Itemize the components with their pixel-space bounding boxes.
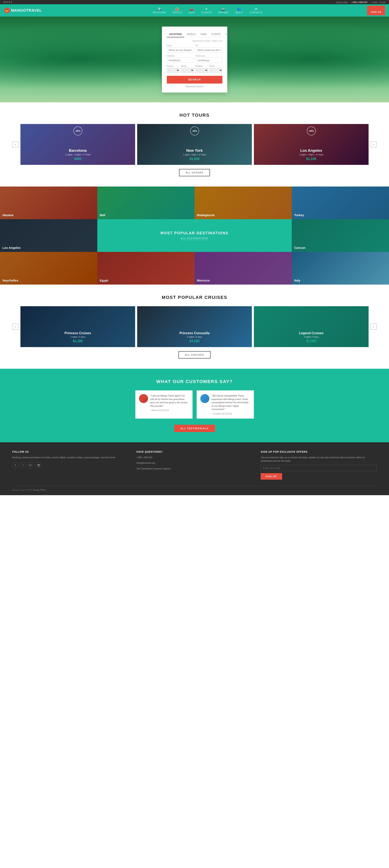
signup-button[interactable]: SIGN UP! bbox=[261, 473, 282, 479]
tour-card-newyork[interactable]: -35% New York 1 night + Flight + 3* Hote… bbox=[137, 124, 252, 165]
cruises-prev-arrow[interactable]: ‹ bbox=[12, 323, 19, 330]
from-input[interactable] bbox=[167, 48, 193, 53]
privacy-link[interactable]: Privacy Policy bbox=[33, 489, 46, 491]
destinations-grid: Havana Bali Madagascar Turkey Los Angele… bbox=[0, 187, 389, 285]
search-tabs: VACATIONS HOTELS CARS FLIGHTS CRUISES bbox=[167, 31, 222, 37]
call-label: Call us now: bbox=[336, 1, 348, 3]
tour-badge-barcelona: -35% bbox=[73, 126, 82, 135]
driver-select[interactable]: -YesNo bbox=[209, 68, 222, 73]
tour-card-losangeles[interactable]: -35% Los Angeles 3 nights + Flight + 4* … bbox=[254, 124, 368, 165]
dest-turkey[interactable]: Turkey bbox=[292, 187, 389, 219]
children-select[interactable]: -012 bbox=[195, 68, 208, 73]
cruise-price-legend: $1,985 bbox=[306, 339, 316, 343]
cruises-next-arrow[interactable]: › bbox=[370, 323, 377, 330]
nav-hotels[interactable]: 🏨 HOTELS bbox=[169, 7, 185, 14]
facebook-icon[interactable]: f bbox=[12, 462, 19, 468]
dest-seychelles[interactable]: Seychelles bbox=[0, 252, 97, 285]
nav-contacts[interactable]: ✉ CONTACTS bbox=[246, 7, 266, 14]
from-field: From bbox=[167, 44, 193, 53]
dest-italy[interactable]: Italy bbox=[292, 252, 389, 285]
advanced-search-link[interactable]: Advanced Search bbox=[167, 85, 222, 88]
email-input[interactable] bbox=[261, 465, 377, 471]
cruises-title: MOST POPULAR CRUISES bbox=[12, 295, 377, 300]
dest-label-morocco: Morocco bbox=[194, 252, 292, 285]
questions-support: 24/7 Dedicated Customer Support bbox=[137, 467, 253, 471]
dest-featured[interactable]: MOST POPULAR DESTINATIONS ALL DESTINATIO… bbox=[97, 219, 292, 252]
testimonials-section: WHAT OUR CUSTOMERS SAY? "I will use Mang… bbox=[0, 369, 389, 442]
region-selector[interactable]: UK ▾ $ ▾ bbox=[3, 1, 12, 3]
follow-title: FOLLOW US bbox=[12, 451, 128, 453]
testimonial-author-0: - Monica 20.09.2015 bbox=[150, 409, 189, 411]
tour-card-barcelona[interactable]: -35% Barcelona 2 nights + 4 flight + 4* … bbox=[21, 124, 135, 165]
all-testimonials-button[interactable]: ALL TESTIMONIALS bbox=[174, 425, 215, 432]
tab-hotels[interactable]: HOTELS bbox=[184, 31, 198, 37]
tab-cars[interactable]: CARS bbox=[198, 31, 209, 37]
avatar-chandler bbox=[200, 394, 209, 403]
tour-badge-newyork: -35% bbox=[190, 126, 199, 135]
testimonial-author-1: - Chandler 28.09.2015 bbox=[212, 413, 250, 415]
checkin-field: Check in bbox=[167, 55, 193, 63]
nav-flights[interactable]: ✈ FLIGHTS bbox=[198, 7, 215, 14]
footer-bottom: Mango Travel © 2016. Privacy Policy bbox=[12, 486, 377, 491]
all-cruises-button[interactable]: ALL CRUISES bbox=[178, 351, 211, 359]
cruise-princess[interactable]: Princess Cruises 3 nights / 6 days $1,28… bbox=[21, 306, 135, 347]
to-input[interactable] bbox=[196, 48, 222, 53]
cruises-carousel: ‹ Princess Cruises 3 nights / 6 days $1,… bbox=[12, 306, 377, 347]
all-offers-button[interactable]: ALL OFFERS bbox=[179, 169, 210, 176]
testimonial-1: "We had an unforgettable Travel experien… bbox=[197, 391, 254, 418]
signup-desc: Join our email list. Sign up to receive … bbox=[261, 456, 377, 463]
dest-madagascar[interactable]: Madagascar bbox=[194, 187, 292, 219]
cruise-legend[interactable]: Legend Cruises 3 nights / 6 days $1,985 bbox=[254, 306, 368, 347]
logo[interactable]: 🥭 MANGOTRAVEL bbox=[4, 7, 42, 13]
carousel-prev-arrow[interactable]: ‹ bbox=[12, 142, 19, 148]
cruises-section: MOST POPULAR CRUISES ‹ Princess Cruises … bbox=[0, 285, 389, 369]
tab-flights[interactable]: FLIGHTS bbox=[209, 31, 223, 37]
tab-vacations[interactable]: VACATIONS bbox=[167, 31, 184, 37]
top-bar-right: Call us now: +389-1-098-554 ● 6 am - 11 … bbox=[336, 1, 386, 3]
dest-egypt[interactable]: Egypt bbox=[97, 252, 194, 285]
checkin-input[interactable] bbox=[167, 58, 193, 63]
nav-cruises[interactable]: 🚢 CRUISES bbox=[215, 7, 232, 14]
nav-cars[interactable]: 🚗 CARS bbox=[185, 7, 198, 14]
instagram-icon[interactable]: 📷 bbox=[36, 462, 42, 468]
avatar-monica bbox=[139, 394, 148, 403]
dest-label-italy: Italy bbox=[292, 252, 389, 285]
dest-losangeles2[interactable]: Los Angeles bbox=[0, 219, 97, 252]
rooms-select[interactable]: -123 bbox=[167, 68, 180, 73]
cruise-consuella[interactable]: Princess Consuella 5 nights / 6 days $4,… bbox=[137, 306, 252, 347]
hot-tours-title: HOT TOURS bbox=[12, 113, 377, 118]
footer-follow: FOLLOW US Booking, reviews and advice on… bbox=[12, 451, 128, 479]
footer: FOLLOW US Booking, reviews and advice on… bbox=[0, 442, 389, 495]
find-us-button[interactable]: 📍 FIND US bbox=[367, 6, 385, 15]
tour-price-losangeles: $1,100 bbox=[306, 157, 316, 161]
dest-morocco[interactable]: Morocco bbox=[194, 252, 292, 285]
googleplus-icon[interactable]: G+ bbox=[28, 462, 34, 468]
signup-title: SIGN UP FOR EXCLUSIVE OFFERS bbox=[261, 451, 377, 453]
twitter-icon[interactable]: t bbox=[20, 462, 26, 468]
children-label: Children bbox=[195, 65, 208, 67]
dest-havana[interactable]: Havana bbox=[0, 187, 97, 219]
adults-select[interactable]: -123 bbox=[181, 68, 194, 73]
checkout-input[interactable] bbox=[196, 58, 222, 63]
questions-email[interactable]: Info@demolnk.org bbox=[137, 461, 253, 465]
carousel-next-arrow[interactable]: › bbox=[370, 142, 377, 148]
flights-icon: ✈ bbox=[205, 7, 208, 11]
dest-label-seychelles: Seychelles bbox=[0, 252, 97, 285]
dest-label-cancun: Cancun bbox=[292, 219, 389, 252]
find-us-icon: 📍 bbox=[375, 8, 378, 10]
rooms-dropdown: Rooms -123 bbox=[167, 65, 180, 73]
phone-number[interactable]: +389-1-098-554 bbox=[351, 1, 367, 3]
tab-cruises[interactable]: CRUISES bbox=[223, 31, 238, 37]
main-nav: 🌍 VACATIONS 🏨 HOTELS 🚗 CARS ✈ FLIGHTS 🚢 … bbox=[48, 7, 367, 14]
adults-dropdown: Adults -123 bbox=[181, 65, 194, 73]
search-button[interactable]: SEARCH bbox=[167, 76, 222, 84]
dest-label-havana: Havana bbox=[0, 187, 97, 219]
hot-tours-section: HOT TOURS ‹ -35% Barcelona 2 nights + 4 … bbox=[0, 102, 389, 187]
header: 🥭 MANGOTRAVEL 🌍 VACATIONS 🏨 HOTELS 🚗 CAR… bbox=[0, 4, 389, 17]
nav-about[interactable]: 👥 ABOUT bbox=[232, 7, 246, 14]
featured-sub[interactable]: ALL DESTINATIONS bbox=[181, 237, 208, 240]
dest-bali[interactable]: Bali bbox=[97, 187, 194, 219]
nav-vacations[interactable]: 🌍 VACATIONS bbox=[149, 7, 169, 14]
testimonial-0: "I will use Mango Travel again! I've tol… bbox=[135, 391, 192, 418]
dest-cancun[interactable]: Cancun bbox=[292, 219, 389, 252]
